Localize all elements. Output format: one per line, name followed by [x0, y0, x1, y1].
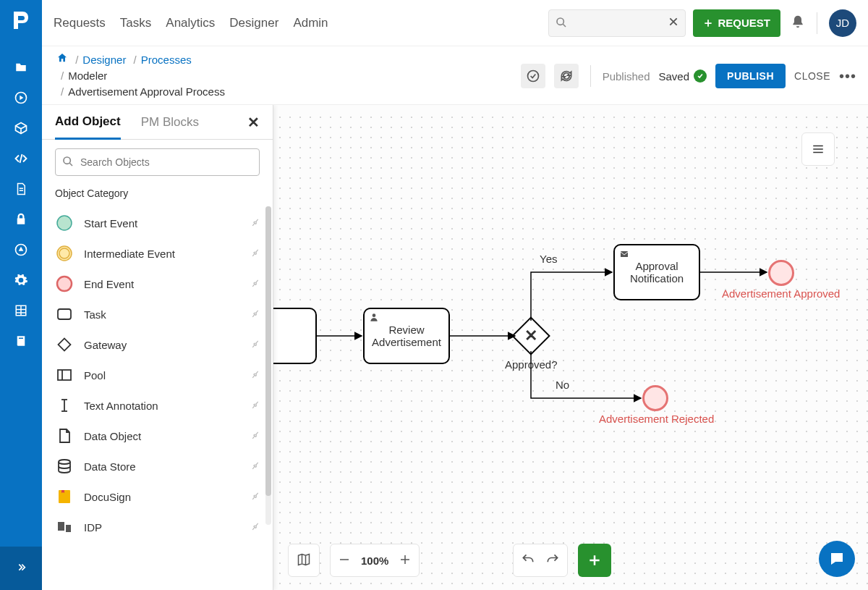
object-label: Text Annotation [84, 400, 250, 412]
object-label: Data Store [84, 460, 250, 473]
rail-code-icon[interactable] [0, 143, 42, 174]
svg-rect-23 [621, 251, 628, 257]
map-icon [296, 552, 312, 569]
sub-header: /Designer /Processes /Modeler /Advertise… [42, 46, 868, 105]
task-review-advertisement[interactable]: Review Advertisement [363, 308, 450, 364]
tab-pm-blocks[interactable]: PM Blocks [141, 106, 199, 138]
mail-icon [619, 248, 629, 261]
close-button[interactable]: CLOSE [794, 70, 830, 82]
global-search [548, 9, 686, 37]
object-pool[interactable]: Pool [42, 360, 273, 390]
svg-rect-3 [19, 338, 23, 340]
svg-rect-12 [59, 339, 71, 351]
undo-button[interactable] [521, 552, 535, 569]
nav-designer[interactable]: Designer [229, 16, 278, 30]
svg-rect-13 [58, 370, 71, 380]
crumb-current: Advertisement Approval Process [68, 85, 225, 98]
canvas-menu-button[interactable] [801, 132, 835, 166]
object-end-event[interactable]: End Event [42, 269, 273, 299]
rail-package-icon[interactable] [0, 113, 42, 143]
clear-search-icon[interactable] [668, 17, 678, 29]
end-event-icon [55, 274, 74, 293]
flow-label-yes: Yes [540, 253, 557, 265]
docusign-icon [55, 487, 74, 506]
intermediate-event-icon [55, 244, 74, 263]
object-label: End Event [84, 278, 250, 290]
task-approval-notification[interactable]: Approval Notification [613, 244, 700, 300]
refresh-button[interactable] [554, 64, 579, 88]
top-nav: Requests Tasks Analytics Designer Admin … [42, 0, 868, 46]
crumb-designer[interactable]: Designer [82, 54, 126, 66]
scrollbar-thumb[interactable] [265, 206, 271, 496]
tab-add-object[interactable]: Add Object [55, 106, 121, 140]
zoom-in-button[interactable] [399, 553, 412, 568]
nav-analytics[interactable]: Analytics [166, 16, 215, 30]
end-event-rejected[interactable] [642, 385, 668, 411]
request-button[interactable]: REQUEST [693, 9, 780, 37]
redo-button[interactable] [545, 552, 560, 569]
status-saved: Saved [659, 69, 707, 83]
object-gateway[interactable]: Gateway [42, 329, 273, 360]
more-menu-icon[interactable]: ••• [839, 68, 856, 85]
object-category-label: Object Category [42, 185, 273, 205]
rail-expand-button[interactable] [0, 547, 42, 590]
crumb-modeler: Modeler [68, 69, 107, 82]
global-search-input[interactable] [548, 9, 686, 37]
close-panel-icon[interactable]: ✕ [247, 114, 260, 131]
zoom-level: 100% [361, 555, 388, 567]
canvas[interactable]: Review Advertisement ✕ Approved? Yes No … [273, 105, 868, 590]
object-data-object[interactable]: Data Object [42, 421, 273, 451]
svg-point-5 [527, 71, 538, 82]
rail-grid-icon[interactable] [0, 295, 42, 326]
validate-button[interactable] [521, 64, 545, 88]
minimap-button[interactable] [288, 544, 320, 577]
object-task[interactable]: Task [42, 299, 273, 329]
breadcrumb: /Designer /Processes /Modeler /Advertise… [56, 52, 521, 100]
rail-folder-icon[interactable] [0, 52, 42, 83]
rail-gear-icon[interactable] [0, 265, 42, 295]
nav-tasks[interactable]: Tasks [120, 16, 151, 30]
rail-doc-icon[interactable] [0, 174, 42, 204]
rail-book-icon[interactable] [0, 326, 42, 356]
task-icon [55, 305, 74, 324]
search-icon [62, 156, 74, 169]
chat-fab[interactable] [819, 541, 855, 577]
flow-label-no: No [556, 379, 569, 391]
object-intermediate-event[interactable]: Intermediate Event [42, 238, 273, 269]
user-task-icon [369, 312, 379, 324]
logo [9, 9, 33, 32]
object-label: Intermediate Event [84, 248, 250, 260]
gateway-icon [55, 335, 74, 354]
user-avatar[interactable]: JD [829, 9, 856, 37]
object-idp[interactable]: IDP [42, 512, 273, 542]
object-text-annotation[interactable]: Text Annotation [42, 390, 273, 421]
nav-requests[interactable]: Requests [54, 16, 106, 30]
idp-icon [55, 518, 74, 536]
rail-play-icon[interactable] [0, 83, 42, 113]
check-icon [694, 69, 707, 83]
svg-rect-21 [66, 525, 71, 532]
object-data-store[interactable]: Data Store [42, 451, 273, 481]
rail-cloud-icon[interactable] [0, 235, 42, 265]
text-annotation-icon [55, 396, 74, 415]
add-node-button[interactable] [578, 544, 611, 577]
nav-admin[interactable]: Admin [293, 16, 328, 30]
publish-button[interactable]: PUBLISH [715, 64, 786, 88]
object-start-event[interactable]: Start Event [42, 208, 273, 238]
home-icon[interactable] [56, 54, 68, 66]
object-label: Pool [84, 369, 250, 382]
crumb-processes[interactable]: Processes [141, 54, 192, 66]
svg-point-18 [59, 460, 70, 464]
rail-lock-icon[interactable] [0, 204, 42, 235]
svg-point-7 [57, 216, 72, 230]
object-search-input[interactable] [55, 148, 260, 176]
zoom-out-button[interactable] [338, 553, 351, 568]
end-event-approved[interactable] [768, 260, 794, 286]
objects-panel: Add Object PM Blocks ✕ Object Category S… [42, 105, 273, 590]
search-icon [556, 17, 567, 30]
status-published: Published [603, 70, 650, 83]
gateway-approved[interactable]: ✕ [511, 316, 550, 355]
end-label-approved: Advertisement Approved [722, 287, 840, 300]
notifications-icon[interactable] [791, 14, 805, 32]
object-docusign[interactable]: DocuSign [42, 481, 273, 512]
